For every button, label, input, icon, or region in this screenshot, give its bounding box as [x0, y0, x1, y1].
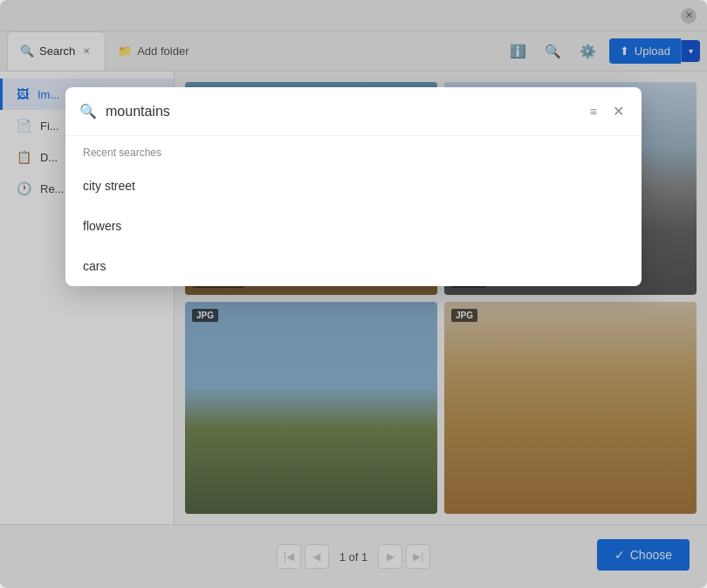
upload-caret-button[interactable]: ▾: [681, 40, 700, 62]
last-page-button[interactable]: ▶|: [406, 544, 430, 569]
bottom-bar: |◀ ◀ 1 of 1 ▶ ▶| ✓ Choose: [0, 524, 707, 588]
files-icon: 📄: [17, 119, 31, 133]
remove-icon: ✕: [610, 260, 620, 273]
tab-add-folder[interactable]: 📁 Add folder: [106, 31, 201, 71]
info-icon: ℹ️: [510, 44, 526, 59]
remove-icon: ✕: [610, 180, 620, 193]
search-suggestion-flowers[interactable]: flowers ⓘ ✕: [65, 206, 642, 246]
total-pages: 1: [361, 550, 367, 564]
suggestion-city-street-remove[interactable]: ✕: [605, 176, 624, 195]
image-item-food[interactable]: JPG: [444, 302, 697, 515]
sidebar-item-files-label: Fi...: [40, 120, 59, 133]
tab-search-label: Search: [39, 44, 75, 58]
search-input-icon: 🔍: [79, 103, 97, 120]
search-suggestion-cars[interactable]: cars ⓘ ✕: [65, 246, 642, 286]
recent-searches-label: Recent searches: [65, 136, 642, 166]
search-filter-button[interactable]: ≡: [587, 101, 601, 122]
filter-button[interactable]: ⚙️: [574, 38, 602, 65]
first-page-icon: |◀: [284, 550, 294, 563]
suggestion-city-street-text: city street: [83, 179, 580, 193]
upload-button[interactable]: ⬆ Upload: [609, 38, 681, 64]
search-dropdown: 🔍 ≡ ✕ Recent searches city street ⓘ ✕ fl…: [65, 87, 642, 286]
window: ✕ 🔍 Search ✕ 📁 Add folder ℹ️ 🔍 ⚙️ ⬆: [0, 0, 707, 588]
search-close-button[interactable]: ✕: [609, 99, 628, 123]
suggestion-cars-remove[interactable]: ✕: [605, 256, 624, 276]
image-item-trees[interactable]: JPG: [185, 302, 437, 515]
sidebar-item-recent-label: Re...: [40, 182, 64, 195]
upload-label: Upload: [635, 44, 670, 58]
trees-badge: JPG: [192, 309, 218, 322]
tab-search-close[interactable]: ✕: [80, 45, 93, 58]
info-button[interactable]: ℹ️: [505, 38, 532, 65]
suggestion-cars-text: cars: [83, 259, 580, 273]
choose-button[interactable]: ✓ Choose: [597, 539, 690, 571]
tab-add-folder-label: Add folder: [137, 44, 189, 58]
toolbar-actions: ℹ️ 🔍 ⚙️ ⬆ Upload ▾: [505, 38, 700, 65]
trees-image: [185, 302, 437, 515]
docs-icon: 📋: [17, 150, 31, 164]
search-button[interactable]: 🔍: [539, 38, 567, 65]
pagination: |◀ ◀ 1 of 1 ▶ ▶|: [277, 534, 431, 579]
search-input[interactable]: [106, 104, 578, 120]
titlebar: ✕: [0, 0, 707, 31]
search-suggestion-city-street[interactable]: city street ⓘ ✕: [65, 166, 642, 206]
images-icon: 🖼: [17, 87, 29, 101]
suggestion-flowers-remove[interactable]: ✕: [605, 216, 624, 236]
upload-icon: ⬆: [620, 44, 629, 58]
food-badge: JPG: [451, 309, 477, 322]
suggestion-flowers-info[interactable]: ⓘ: [580, 216, 600, 236]
search-tab-icon: 🔍: [20, 44, 34, 58]
add-folder-tab-icon: 📁: [118, 44, 132, 58]
choose-label: Choose: [630, 548, 672, 562]
remove-icon: ✕: [610, 220, 620, 233]
first-page-button[interactable]: |◀: [277, 544, 301, 569]
tabs-row: 🔍 Search ✕ 📁 Add folder ℹ️ 🔍 ⚙️ ⬆ Upload: [0, 31, 707, 72]
prev-page-icon: ◀: [312, 550, 320, 563]
search-input-row: 🔍 ≡ ✕: [65, 87, 642, 136]
info-circle-icon: ⓘ: [586, 220, 595, 233]
page-info: 1 of 1: [340, 550, 368, 564]
current-page: 1: [340, 550, 346, 564]
suggestion-cars-info[interactable]: ⓘ: [580, 256, 600, 276]
sidebar-item-images-label: Im...: [38, 88, 59, 101]
info-circle-icon: ⓘ: [586, 180, 595, 193]
filter-icon: ⚙️: [580, 44, 596, 59]
upload-group: ⬆ Upload ▾: [609, 38, 700, 64]
info-circle-icon: ⓘ: [586, 260, 595, 273]
suggestion-flowers-text: flowers: [83, 219, 580, 233]
search-icon: 🔍: [545, 44, 561, 59]
tab-search[interactable]: 🔍 Search ✕: [7, 31, 106, 71]
filter-lines-icon: ≡: [590, 105, 597, 119]
sidebar-item-docs-label: D...: [40, 151, 58, 164]
prev-page-button[interactable]: ◀: [305, 544, 329, 569]
search-close-icon: ✕: [613, 103, 624, 120]
window-close-button[interactable]: ✕: [681, 8, 697, 24]
chevron-down-icon: ▾: [689, 46, 693, 56]
suggestion-city-street-info[interactable]: ⓘ: [580, 176, 600, 195]
next-page-button[interactable]: ▶: [378, 544, 402, 569]
choose-check-icon: ✓: [614, 548, 625, 562]
next-page-icon: ▶: [387, 550, 395, 563]
food-image: [444, 302, 697, 515]
recent-icon: 🕐: [17, 181, 31, 195]
last-page-icon: ▶|: [413, 550, 423, 563]
